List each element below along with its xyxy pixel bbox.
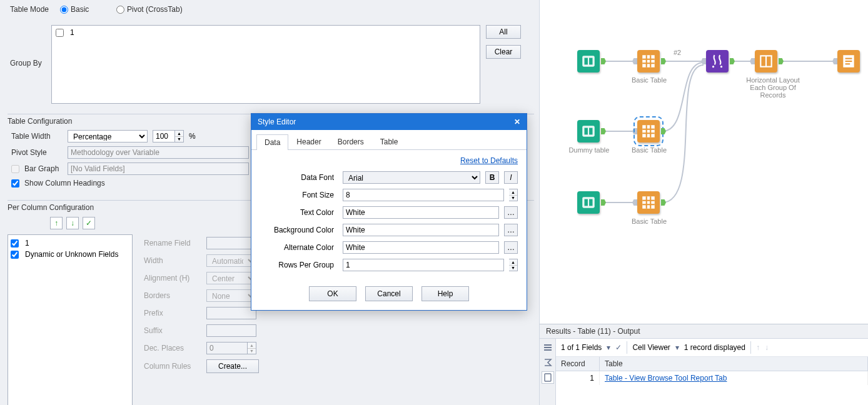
move-down-button[interactable]: ↓ [66, 217, 79, 229]
cell-viewer-label: Cell Viewer [632, 343, 670, 352]
alt-color-input[interactable] [343, 241, 499, 254]
anchor-in[interactable] [632, 128, 637, 134]
bg-color-picker[interactable]: … [504, 224, 518, 236]
svg-rect-39 [544, 344, 552, 346]
per-column-list[interactable]: 1 Dynamic or Unknown Fields [8, 234, 133, 405]
fields-dropdown-icon[interactable]: ▾ [607, 343, 610, 352]
bold-icon: B [490, 173, 495, 182]
node-basic-table-3[interactable] [637, 191, 660, 214]
show-col-headings-checkbox[interactable] [11, 179, 19, 188]
alt-color-picker[interactable]: … [504, 241, 518, 254]
radio-basic-input[interactable] [60, 6, 68, 14]
anchor-in[interactable] [750, 58, 755, 64]
node-transform[interactable] [706, 50, 729, 72]
results-panel: Results - Table (11) - Output 1 of 1 F [540, 324, 868, 405]
svg-rect-34 [642, 196, 655, 209]
radio-basic[interactable]: Basic [60, 5, 104, 14]
cell-viewer-dropdown-icon[interactable]: ▾ [675, 343, 679, 352]
rows-per-group-spinner[interactable]: ▲▼ [509, 259, 518, 271]
cancel-button[interactable]: Cancel [365, 286, 413, 301]
node-basic-table-2[interactable] [637, 120, 660, 142]
anchor-out[interactable] [601, 128, 606, 134]
style-editor-dialog: Style Editor ✕ Data Header Borders Table… [251, 113, 527, 311]
col-item-0-checkbox[interactable] [11, 239, 19, 248]
create-rules-button[interactable]: Create... [206, 359, 259, 373]
anchor-in[interactable] [632, 199, 637, 206]
svg-rect-40 [544, 347, 552, 348]
ok-button[interactable]: OK [309, 286, 356, 301]
node-basic-table-1[interactable] [637, 50, 660, 72]
text-color-input[interactable] [343, 206, 499, 219]
font-size-input[interactable] [343, 189, 504, 201]
nav-up-icon[interactable]: ↑ [756, 343, 760, 352]
cell-table-link[interactable]: Table - View Browse Tool Report Tab [605, 374, 727, 382]
italic-button[interactable]: I [504, 171, 518, 184]
anchor-in[interactable] [632, 58, 637, 64]
anchor-out[interactable] [601, 199, 606, 206]
node-hlayout[interactable] [755, 50, 777, 72]
table-mode-label: Table Mode [10, 5, 54, 14]
svg-rect-6 [582, 56, 595, 66]
rows-per-group-input[interactable] [343, 259, 504, 271]
bold-button[interactable]: B [485, 171, 499, 184]
style-editor-titlebar[interactable]: Style Editor ✕ [251, 114, 527, 130]
node-label: Basic Table [621, 76, 677, 84]
anchor-out[interactable] [661, 128, 666, 134]
bar-graph-value [68, 162, 249, 175]
tab-table[interactable]: Table [372, 134, 406, 149]
confirm-button[interactable]: ✓ [83, 217, 95, 229]
hash-label: #2 [665, 49, 690, 56]
dec-places-spinner: ▲▼ [248, 342, 256, 354]
font-size-spinner[interactable]: ▲▼ [509, 189, 518, 201]
data-font-select[interactable]: Arial [343, 171, 480, 184]
table-row[interactable]: 1 Table - View Browse Tool Report Tab [556, 371, 868, 385]
results-view-sigma-icon[interactable] [542, 356, 554, 369]
col-item-1-checkbox[interactable] [11, 251, 19, 259]
close-icon[interactable]: ✕ [514, 118, 520, 126]
col-record-header[interactable]: Record [556, 357, 600, 371]
nav-down-icon[interactable]: ↓ [765, 343, 769, 352]
col-table-header[interactable]: Table [600, 357, 868, 371]
all-button[interactable]: All [486, 25, 521, 39]
results-view-list-icon[interactable] [542, 341, 554, 354]
anchor-out[interactable] [661, 58, 666, 64]
anchor-out[interactable] [730, 58, 735, 64]
bar-graph-checkbox [11, 165, 19, 173]
anchor-out[interactable] [661, 199, 666, 206]
clear-button[interactable]: Clear [486, 45, 521, 59]
group-by-list[interactable]: 1 [51, 25, 480, 104]
anchor-out[interactable] [601, 58, 606, 64]
table-width-mode-select[interactable]: Percentage [68, 130, 148, 142]
check-icon[interactable]: ✓ [615, 343, 622, 352]
node-input-1[interactable] [577, 50, 600, 72]
borders-select: None [206, 289, 256, 302]
results-side-icons [540, 339, 556, 405]
anchor-in[interactable] [832, 58, 837, 64]
anchor-out[interactable] [779, 58, 784, 64]
svg-rect-31 [582, 197, 595, 208]
results-view-page-icon[interactable] [542, 371, 554, 384]
node-input-2[interactable] [577, 120, 600, 142]
anchor-in[interactable] [701, 58, 706, 64]
move-up-button[interactable]: ↑ [50, 217, 63, 229]
node-output[interactable] [837, 50, 860, 72]
workflow-canvas[interactable]: Basic Table #2 Horizontal Layout Each Gr… [540, 0, 868, 324]
tab-data[interactable]: Data [256, 134, 288, 150]
reset-defaults-link[interactable]: Reset to Defaults [460, 156, 518, 165]
svg-rect-23 [582, 126, 595, 136]
help-button[interactable]: Help [421, 286, 469, 301]
radio-pivot[interactable]: Pivot (CrossTab) [116, 5, 183, 14]
node-label: Dummy table [561, 146, 617, 154]
table-width-value[interactable] [153, 130, 175, 142]
node-input-3[interactable] [577, 191, 600, 214]
tab-borders[interactable]: Borders [330, 134, 372, 149]
bg-color-input[interactable] [343, 224, 499, 236]
ellipsis-icon: … [507, 243, 515, 252]
group-by-item-checkbox[interactable] [56, 29, 64, 37]
table-width-spinner[interactable]: ▲▼ [175, 130, 184, 142]
radio-pivot-input[interactable] [116, 6, 124, 14]
check-icon: ✓ [86, 219, 92, 228]
tab-header[interactable]: Header [288, 134, 329, 149]
text-color-picker[interactable]: … [504, 206, 518, 219]
fields-count: 1 of 1 Fields [561, 343, 602, 352]
